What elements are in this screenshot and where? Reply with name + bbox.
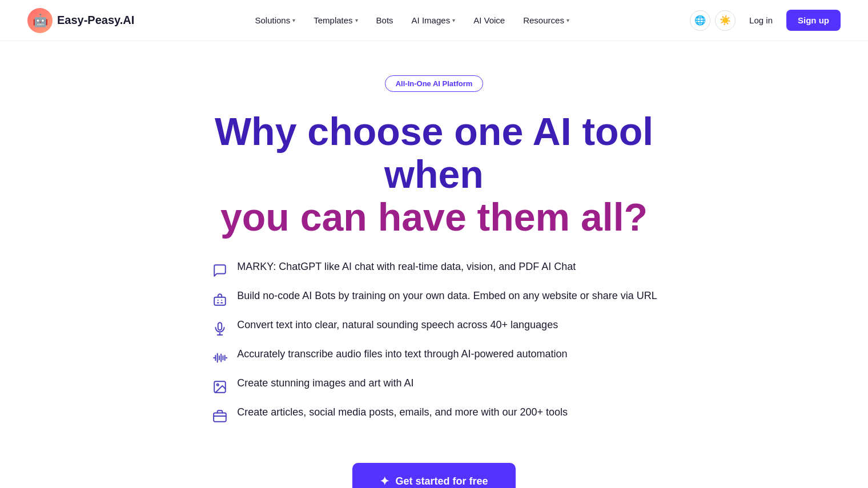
briefcase-icon	[211, 407, 229, 425]
logo-text: Easy-Peasy.AI	[57, 14, 134, 27]
svg-rect-16	[214, 413, 226, 422]
feature-chat-text: MARKY: ChatGPT like AI chat with real-ti…	[237, 261, 576, 273]
navbar: 🤖 Easy-Peasy.AI Solutions ▾ Templates ▾ …	[0, 0, 868, 41]
svg-point-15	[217, 384, 219, 386]
feature-tools: Create articles, social media posts, ema…	[211, 406, 657, 425]
feature-chat: MARKY: ChatGPT like AI chat with real-ti…	[211, 261, 657, 280]
nav-ai-images[interactable]: AI Images ▾	[404, 11, 464, 30]
chevron-down-icon: ▾	[566, 17, 569, 23]
feature-bot: Build no-code AI Bots by training on you…	[211, 290, 657, 309]
platform-badge: All-In-One AI Platform	[385, 75, 484, 92]
login-button[interactable]: Log in	[740, 11, 782, 30]
hero-title: Why choose one AI tool when you can have…	[191, 110, 677, 238]
theme-toggle-button[interactable]: ☀️	[715, 10, 736, 31]
feature-images: Create stunning images and art with AI	[211, 377, 657, 396]
feature-tools-text: Create articles, social media posts, ema…	[237, 406, 568, 418]
mic-icon	[211, 320, 229, 338]
feature-transcribe-text: Accurately transcribe audio files into t…	[237, 348, 567, 360]
bot-icon	[211, 291, 229, 309]
features-list: MARKY: ChatGPT like AI chat with real-ti…	[211, 261, 657, 435]
feature-bot-text: Build no-code AI Bots by training on you…	[237, 290, 657, 302]
waveform-icon	[211, 349, 229, 367]
nav-solutions[interactable]: Solutions ▾	[247, 11, 304, 30]
hero-section: All-In-One AI Platform Why choose one AI…	[177, 41, 691, 488]
image-icon	[211, 378, 229, 396]
nav-links: Solutions ▾ Templates ▾ Bots AI Images ▾…	[247, 11, 577, 30]
cta-button[interactable]: ✦ Get started for free	[352, 463, 515, 488]
chevron-down-icon: ▾	[292, 17, 295, 23]
chevron-down-icon: ▾	[355, 17, 358, 23]
logo[interactable]: 🤖 Easy-Peasy.AI	[27, 8, 134, 33]
signup-button[interactable]: Sign up	[786, 10, 841, 31]
nav-ai-voice[interactable]: AI Voice	[465, 11, 513, 30]
feature-voice: Convert text into clear, natural soundin…	[211, 319, 657, 338]
feature-voice-text: Convert text into clear, natural soundin…	[237, 319, 558, 331]
cta-label: Get started for free	[395, 475, 488, 487]
nav-templates[interactable]: Templates ▾	[306, 11, 365, 30]
sparkle-icon: ✦	[380, 474, 389, 488]
chat-icon	[211, 261, 229, 280]
nav-actions: 🌐 ☀️ Log in Sign up	[690, 10, 841, 31]
nav-bots[interactable]: Bots	[368, 11, 401, 30]
logo-icon: 🤖	[27, 8, 53, 33]
chevron-down-icon: ▾	[452, 17, 455, 23]
hero-title-line2: you can have them all?	[220, 195, 648, 239]
svg-rect-0	[215, 297, 226, 305]
feature-images-text: Create stunning images and art with AI	[237, 377, 413, 389]
feature-transcribe: Accurately transcribe audio files into t…	[211, 348, 657, 367]
svg-rect-3	[218, 323, 222, 330]
nav-resources[interactable]: Resources ▾	[515, 11, 577, 30]
hero-title-line1: Why choose one AI tool when	[215, 110, 653, 196]
language-button[interactable]: 🌐	[690, 10, 710, 31]
